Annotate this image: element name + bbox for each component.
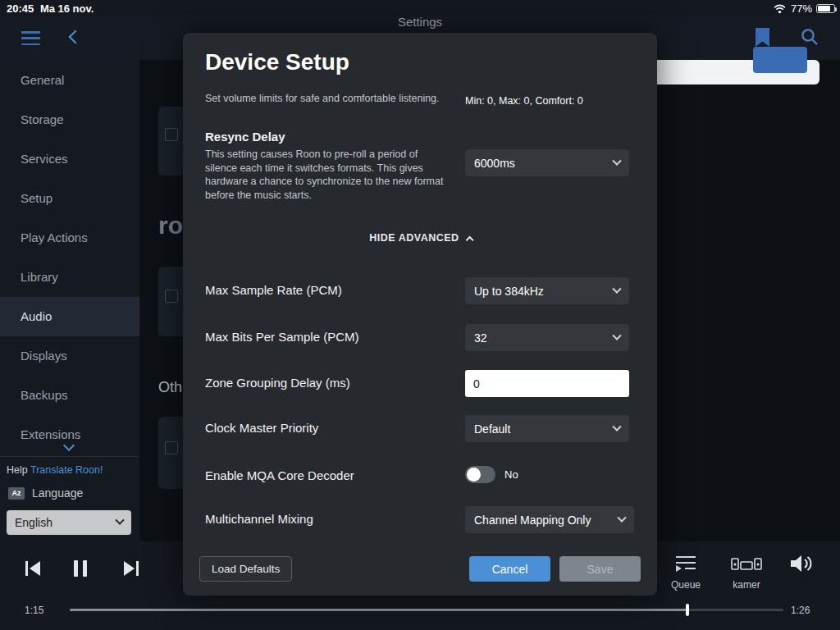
multichannel-mixing-label: Multichannel Mixing [205, 512, 313, 526]
resync-delay-description: This setting causes Roon to pre-roll a p… [205, 148, 446, 202]
max-bits-per-sample-value: 32 [474, 331, 487, 345]
chevron-down-icon [115, 516, 124, 525]
max-sample-rate-select[interactable]: Up to 384kHz [465, 277, 629, 304]
chevron-down-icon [612, 422, 621, 431]
audio-device-icon [165, 441, 178, 454]
elapsed-time: 1:15 [25, 605, 43, 616]
zone-grouping-delay-input[interactable] [465, 370, 629, 397]
resync-delay-label: Resync Delay [205, 130, 285, 144]
bookmark-icon[interactable] [756, 28, 769, 47]
chevron-up-icon [465, 236, 473, 244]
load-defaults-button[interactable]: Load Defaults [199, 556, 292, 582]
duration-time: 1:26 [791, 605, 810, 616]
pause-button[interactable] [72, 558, 89, 579]
volume-button[interactable] [789, 553, 814, 574]
sidebar-item-library[interactable]: Library [0, 258, 139, 297]
hide-advanced-button[interactable]: HIDE ADVANCED [183, 232, 657, 244]
zone-grouping-delay-label: Zone Grouping Delay (ms) [205, 376, 350, 390]
language-select-value: English [15, 516, 52, 529]
page-title: Settings [0, 15, 840, 29]
sidebar-item-play-actions[interactable]: Play Actions [0, 218, 139, 258]
background-section-heading-fragment: Oth [158, 379, 182, 396]
multichannel-mixing-select[interactable]: Channel Mapping Only [465, 506, 634, 533]
battery-percent: 77% [791, 2, 812, 15]
progress-fill [70, 609, 687, 611]
enable-mqa-core-decoder-label: Enable MQA Core Decoder [205, 468, 354, 482]
sidebar-item-displays[interactable]: Displays [0, 336, 139, 376]
sidebar-item-services[interactable]: Services [0, 139, 139, 179]
previous-track-button[interactable] [23, 558, 43, 579]
translate-roon-link[interactable]: Translate Roon! [30, 464, 103, 476]
queue-icon [675, 555, 696, 573]
resync-delay-select[interactable]: 6000ms [465, 149, 629, 176]
roon-logo-fragment: ro [158, 212, 183, 240]
toggle-knob [467, 468, 481, 482]
sidebar-item-backups[interactable]: Backups [0, 376, 139, 415]
status-time: 20:45 [7, 2, 34, 15]
translate-icon: Az [8, 487, 25, 500]
cancel-button[interactable]: Cancel [469, 556, 550, 582]
seek-bar[interactable] [70, 609, 783, 611]
max-sample-rate-value: Up to 384kHz [474, 285, 544, 298]
volume-limits-values: Min: 0, Max: 0, Comfort: 0 [465, 95, 583, 107]
status-bar: 20:45 Ma 16 nov. 77% [0, 0, 840, 16]
dialog-title: Device Setup [205, 49, 349, 75]
hide-advanced-label: HIDE ADVANCED [369, 232, 459, 244]
status-time-date: 20:45 Ma 16 nov. [7, 2, 97, 15]
resync-delay-value: 6000ms [474, 157, 515, 170]
back-chevron-icon[interactable] [69, 30, 83, 44]
audio-system-icon [731, 555, 762, 573]
status-date: Ma 16 nov. [40, 2, 94, 15]
zone-label: kamer [722, 579, 771, 591]
audio-device-icon [165, 128, 178, 141]
search-icon[interactable] [801, 28, 819, 46]
mqa-core-decoder-toggle[interactable] [465, 466, 495, 483]
sidebar-item-storage[interactable]: Storage [0, 100, 139, 139]
wifi-icon [773, 3, 787, 14]
device-setup-dialog: Device Setup Set volume limits for safe … [183, 33, 657, 596]
background-blue-button-fragment [753, 47, 807, 73]
chevron-down-icon [612, 331, 621, 340]
sidebar-item-audio[interactable]: Audio [0, 297, 139, 336]
sidebar-item-general[interactable]: General [0, 61, 139, 100]
chevron-down-icon [617, 513, 626, 522]
seek-handle[interactable] [686, 604, 689, 616]
background-device-card [158, 267, 183, 336]
language-select[interactable]: English [7, 510, 131, 535]
save-button[interactable]: Save [559, 556, 641, 582]
language-label: Language [32, 486, 83, 500]
background-device-card [158, 107, 183, 176]
divider [0, 456, 139, 457]
queue-button[interactable]: Queue [663, 555, 709, 591]
audio-device-icon [165, 290, 178, 303]
battery-icon [816, 4, 835, 13]
chevron-down-icon [612, 284, 621, 293]
mqa-core-decoder-state: No [504, 468, 518, 481]
clock-master-priority-select[interactable]: Default [465, 415, 629, 442]
sidebar-item-setup[interactable]: Setup [0, 179, 139, 218]
volume-icon [789, 553, 814, 574]
max-sample-rate-label: Max Sample Rate (PCM) [205, 283, 342, 297]
clock-master-priority-value: Default [474, 422, 510, 436]
queue-label: Queue [663, 579, 709, 591]
settings-sidebar: General Storage Services Setup Play Acti… [0, 60, 139, 541]
volume-limits-description: Set volume limits for safe and comfortab… [205, 92, 468, 106]
chevron-down-icon [612, 156, 621, 165]
max-bits-per-sample-select[interactable]: 32 [465, 324, 629, 351]
multichannel-mixing-value: Channel Mapping Only [474, 514, 591, 527]
help-label: Help [7, 464, 28, 476]
hamburger-menu-icon[interactable] [21, 31, 40, 45]
background-device-card [158, 417, 183, 489]
zone-picker[interactable]: kamer [722, 555, 771, 591]
help-translate-row: Help Translate Roon! [7, 464, 103, 476]
clock-master-priority-label: Clock Master Priority [205, 421, 318, 435]
next-track-button[interactable] [121, 558, 141, 579]
max-bits-per-sample-label: Max Bits Per Sample (PCM) [205, 330, 359, 344]
